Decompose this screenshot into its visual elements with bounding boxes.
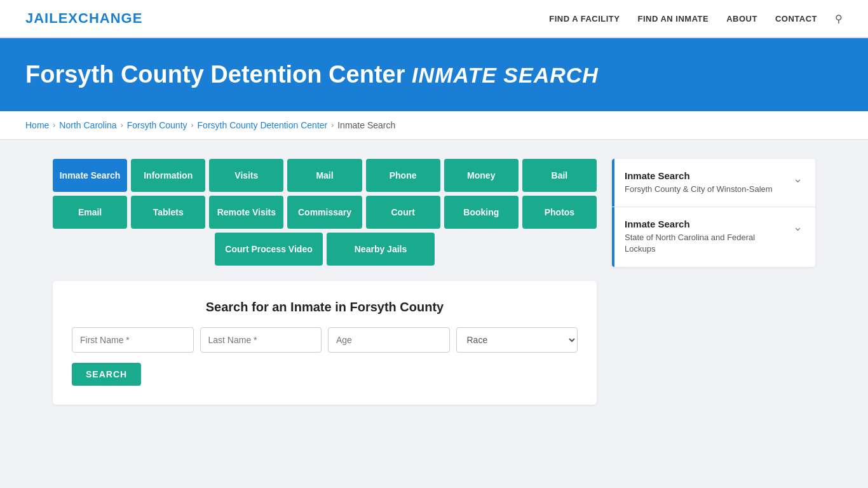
sidebar-item-1-title: Inmate Search bbox=[625, 170, 773, 181]
btn-booking[interactable]: Booking bbox=[444, 196, 519, 229]
breadcrumb: Home › North Carolina › Forsyth County ›… bbox=[0, 111, 868, 140]
logo-exchange: EXCHANGE bbox=[58, 10, 143, 26]
page-title: Forsyth County Detention Center INMATE S… bbox=[25, 61, 843, 88]
logo-jail: JAIL bbox=[25, 10, 58, 26]
content-column: Inmate Search Information Visits Mail Ph… bbox=[53, 159, 597, 405]
breadcrumb-home[interactable]: Home bbox=[25, 120, 49, 130]
breadcrumb-nc[interactable]: North Carolina bbox=[59, 120, 116, 130]
sidebar-item-1-subtitle: Forsyth County & City of Winston-Salem bbox=[625, 184, 773, 195]
sidebar-card: Inmate Search Forsyth County & City of W… bbox=[612, 159, 815, 267]
site-logo[interactable]: JAILEXCHANGE bbox=[25, 10, 142, 27]
breadcrumb-forsyth[interactable]: Forsyth County bbox=[127, 120, 187, 130]
first-name-input[interactable] bbox=[72, 327, 194, 353]
chevron-down-icon-2: ⌄ bbox=[793, 220, 803, 234]
btn-email[interactable]: Email bbox=[53, 196, 127, 229]
sidebar-item-2[interactable]: Inmate Search State of North Carolina an… bbox=[612, 207, 815, 266]
sidebar-item-2-title: Inmate Search bbox=[625, 219, 787, 229]
btn-information[interactable]: Information bbox=[131, 159, 205, 192]
btn-commissary[interactable]: Commissary bbox=[287, 196, 362, 229]
search-title: Search for an Inmate in Forsyth County bbox=[72, 300, 578, 315]
search-icon[interactable]: ⚲ bbox=[835, 13, 843, 24]
breadcrumb-sep-4: › bbox=[331, 121, 334, 130]
btn-nearby-jails[interactable]: Nearby Jails bbox=[327, 233, 435, 266]
nav-about[interactable]: ABOUT bbox=[726, 14, 757, 24]
nav-button-row2: Email Tablets Remote Visits Commissary C… bbox=[53, 196, 597, 229]
btn-court[interactable]: Court bbox=[366, 196, 440, 229]
btn-mail[interactable]: Mail bbox=[287, 159, 362, 192]
hero-banner: Forsyth County Detention Center INMATE S… bbox=[0, 38, 868, 111]
btn-money[interactable]: Money bbox=[444, 159, 519, 192]
breadcrumb-sep-2: › bbox=[121, 121, 123, 130]
search-fields: Race White Black Hispanic Asian Other bbox=[72, 327, 578, 353]
age-input[interactable] bbox=[328, 327, 450, 353]
race-select[interactable]: Race White Black Hispanic Asian Other bbox=[456, 327, 578, 353]
sidebar-item-1-text: Inmate Search Forsyth County & City of W… bbox=[625, 170, 773, 195]
btn-court-process-video[interactable]: Court Process Video bbox=[215, 233, 323, 266]
sidebar: Inmate Search Forsyth County & City of W… bbox=[612, 159, 815, 267]
search-button[interactable]: SEARCH bbox=[72, 363, 141, 386]
nav-contact[interactable]: CONTACT bbox=[775, 14, 817, 24]
search-card: Search for an Inmate in Forsyth County R… bbox=[53, 281, 597, 405]
btn-inmate-search[interactable]: Inmate Search bbox=[53, 159, 127, 192]
main-nav: JAILEXCHANGE FIND A FACILITY FIND AN INM… bbox=[0, 0, 868, 38]
breadcrumb-current: Inmate Search bbox=[337, 120, 395, 130]
btn-phone[interactable]: Phone bbox=[366, 159, 440, 192]
breadcrumb-fcdc[interactable]: Forsyth County Detention Center bbox=[198, 120, 328, 130]
btn-visits[interactable]: Visits bbox=[209, 159, 283, 192]
breadcrumb-sep-1: › bbox=[53, 121, 55, 130]
btn-remote-visits[interactable]: Remote Visits bbox=[209, 196, 283, 229]
sidebar-item-2-subtitle: State of North Carolina and Federal Lock… bbox=[625, 232, 787, 255]
sidebar-item-2-text: Inmate Search State of North Carolina an… bbox=[625, 219, 787, 255]
btn-bail[interactable]: Bail bbox=[522, 159, 597, 192]
nav-find-facility[interactable]: FIND A FACILITY bbox=[549, 14, 620, 24]
sidebar-item-1[interactable]: Inmate Search Forsyth County & City of W… bbox=[612, 159, 815, 207]
nav-button-row1: Inmate Search Information Visits Mail Ph… bbox=[53, 159, 597, 192]
last-name-input[interactable] bbox=[200, 327, 322, 353]
main-wrapper: Inmate Search Information Visits Mail Ph… bbox=[27, 140, 841, 424]
breadcrumb-sep-3: › bbox=[191, 121, 194, 130]
nav-find-inmate[interactable]: FIND AN INMATE bbox=[637, 14, 709, 24]
chevron-down-icon-1: ⌄ bbox=[793, 172, 803, 186]
nav-links: FIND A FACILITY FIND AN INMATE ABOUT CON… bbox=[549, 13, 843, 25]
btn-tablets[interactable]: Tablets bbox=[131, 196, 205, 229]
nav-button-row3: Court Process Video Nearby Jails bbox=[53, 233, 597, 266]
btn-photos[interactable]: Photos bbox=[522, 196, 597, 229]
